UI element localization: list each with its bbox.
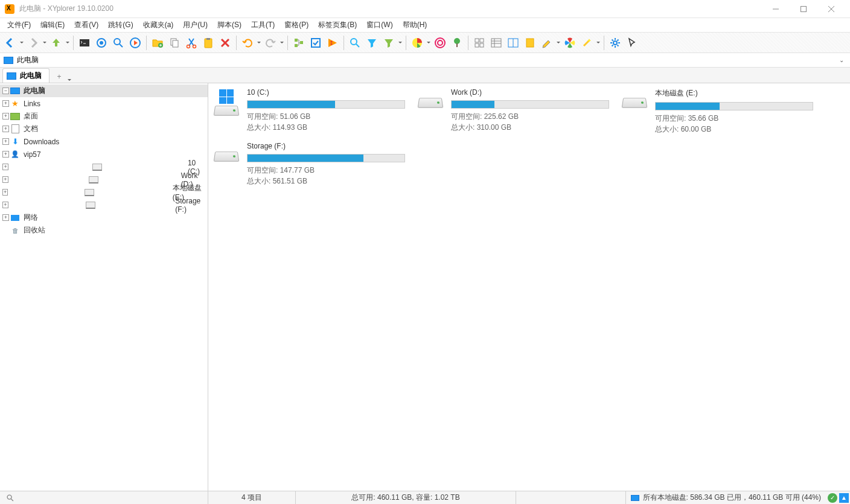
computer-icon: [7, 72, 16, 80]
forward-dropdown[interactable]: [42, 35, 47, 51]
drive-tile[interactable]: Storage (F:)可用空间: 147.77 GB总大小: 561.51 G…: [212, 142, 405, 187]
down-icon: [10, 138, 20, 146]
svg-point-4: [114, 39, 120, 45]
copy-icon[interactable]: [167, 35, 182, 51]
single-icon[interactable]: [522, 35, 538, 51]
addressbar[interactable]: 此电脑 ⌄: [0, 53, 850, 68]
statusbar: 4 项目 总可用: 460.11 GB, 容量: 1.02 TB 所有本地磁盘:…: [0, 491, 850, 504]
pointer-icon[interactable]: [624, 35, 640, 51]
close-button[interactable]: [817, 0, 845, 18]
minimize-button[interactable]: [762, 0, 790, 18]
back-button[interactable]: [2, 35, 18, 51]
menu-window[interactable]: 窗口(W): [362, 19, 397, 31]
drive-usage-bar: [247, 100, 405, 109]
tree-label: Storage (F:): [175, 197, 208, 214]
menu-tabsets[interactable]: 标签页集(B): [313, 19, 362, 31]
find-icon[interactable]: [347, 35, 363, 51]
menu-script[interactable]: 脚本(S): [212, 19, 246, 31]
status-up-icon[interactable]: ▲: [839, 493, 849, 503]
menu-help[interactable]: 帮助(H): [398, 19, 432, 31]
svg-rect-29: [491, 39, 501, 47]
tab-this-pc[interactable]: 此电脑: [2, 68, 50, 83]
tree-item[interactable]: +文档: [0, 123, 208, 135]
grid-icon[interactable]: [471, 35, 487, 51]
menu-view[interactable]: 查看(V): [69, 19, 103, 31]
address-dropdown[interactable]: ⌄: [837, 57, 846, 63]
tree-item[interactable]: +Links: [0, 97, 208, 110]
back-dropdown[interactable]: [19, 35, 24, 51]
settings-icon[interactable]: [607, 35, 623, 51]
maximize-button[interactable]: [790, 0, 817, 18]
up-button[interactable]: [48, 35, 64, 51]
undo-dropdown[interactable]: [257, 35, 261, 51]
tab-dropdown[interactable]: [65, 77, 74, 83]
redo-icon[interactable]: [263, 35, 278, 51]
list-icon[interactable]: [488, 35, 504, 51]
svg-rect-27: [475, 43, 479, 47]
drive-total: 总大小: 310.00 GB: [451, 122, 609, 133]
search-icon[interactable]: [110, 35, 126, 51]
desk-icon: [10, 112, 20, 121]
menu-edit[interactable]: 编辑(E): [36, 19, 69, 31]
pie-dropdown[interactable]: [426, 35, 431, 51]
tree-item[interactable]: +Downloads: [0, 135, 208, 148]
status-search[interactable]: [0, 491, 208, 504]
wand-dropdown[interactable]: [596, 35, 601, 51]
new-folder-icon[interactable]: [150, 35, 165, 51]
delete-icon[interactable]: [217, 35, 233, 51]
filter-dropdown[interactable]: [398, 35, 403, 51]
drive-free: 可用空间: 35.66 GB: [655, 113, 813, 124]
drive-tile[interactable]: 10 (C:)可用空间: 51.06 GB总大小: 114.93 GB: [212, 88, 405, 135]
tree2-icon[interactable]: [449, 35, 465, 51]
drive-total: 总大小: 60.00 GB: [655, 124, 813, 135]
tree-icon[interactable]: [291, 35, 307, 51]
status-ok-icon[interactable]: ✓: [828, 493, 837, 503]
pinwheel-icon[interactable]: [562, 35, 578, 51]
tree-item[interactable]: 回收站: [0, 224, 208, 237]
select-icon[interactable]: [308, 35, 324, 51]
menu-user[interactable]: 用户(U): [178, 19, 212, 31]
drive-tile[interactable]: Work (D:)可用空间: 225.62 GB总大小: 310.00 GB: [416, 88, 609, 135]
tree-item[interactable]: +Storage (F:): [0, 199, 208, 211]
target-icon[interactable]: [94, 35, 109, 51]
bin-icon: [10, 226, 20, 235]
up-dropdown[interactable]: [65, 35, 70, 51]
menu-favorites[interactable]: 收藏夹(a): [138, 19, 179, 31]
play-icon[interactable]: [127, 35, 143, 51]
brush-dropdown[interactable]: [556, 35, 561, 51]
drive-tile[interactable]: 本地磁盘 (E:)可用空间: 35.66 GB总大小: 60.00 GB: [620, 88, 813, 135]
pizza-icon[interactable]: [325, 35, 340, 51]
drive-name: 10 (C:): [247, 88, 405, 97]
drive-icon: [416, 88, 445, 117]
drive-icon: [10, 201, 172, 209]
undo-icon[interactable]: [240, 35, 255, 51]
app-icon: [5, 4, 14, 14]
toolbar: [0, 33, 850, 53]
redo-dropdown[interactable]: [280, 35, 284, 51]
tree-item[interactable]: +10 (C:): [0, 161, 208, 173]
brush-icon[interactable]: [539, 35, 555, 51]
filter-icon[interactable]: [364, 35, 380, 51]
tree-root[interactable]: − 此电脑: [0, 85, 208, 97]
forward-button[interactable]: [25, 35, 41, 51]
menu-panes[interactable]: 窗格(P): [280, 19, 313, 31]
spiral-icon[interactable]: [432, 35, 448, 51]
svg-rect-0: [801, 6, 807, 11]
new-tab-button[interactable]: +: [53, 71, 65, 83]
wand-icon[interactable]: [579, 35, 595, 51]
cut-icon[interactable]: [184, 35, 199, 51]
filter2-icon[interactable]: [381, 35, 397, 51]
pie-icon[interactable]: [409, 35, 425, 51]
paste-icon[interactable]: [200, 35, 216, 51]
cmd-icon[interactable]: [77, 35, 92, 51]
net-icon: [10, 214, 20, 222]
svg-rect-25: [475, 39, 479, 42]
menu-file[interactable]: 文件(F): [2, 19, 36, 31]
menu-go[interactable]: 跳转(G): [103, 19, 138, 31]
menu-tools[interactable]: 工具(T): [246, 19, 280, 31]
tree-item[interactable]: +vip57: [0, 148, 208, 161]
dual-icon[interactable]: [505, 35, 521, 51]
tree-item[interactable]: +桌面: [0, 110, 208, 123]
status-items: 4 项目: [208, 491, 296, 504]
tab-label: 此电脑: [20, 71, 42, 81]
